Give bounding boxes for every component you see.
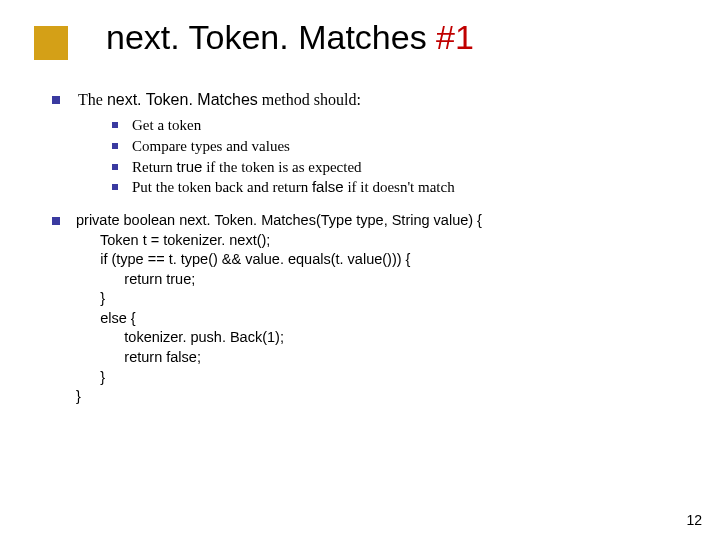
sub-bullet-2: Return true if the token is as expected — [108, 158, 680, 177]
sub-bullet-3-code: false — [312, 178, 344, 195]
sub-bullet-0: Get a token — [108, 116, 680, 135]
code-line-5: else { — [76, 310, 136, 326]
bullet-intro: The next. Token. Matches method should: … — [48, 90, 680, 197]
code-block: private boolean next. Token. Matches(Typ… — [76, 211, 680, 407]
code-line-3: return true; — [76, 271, 195, 287]
slide: next. Token. Matches #1 The next. Token.… — [0, 0, 720, 540]
code-line-9: } — [76, 388, 81, 404]
title-accent-square — [34, 26, 68, 60]
intro-code: next. Token. Matches — [107, 91, 258, 108]
intro-suffix: method should: — [258, 91, 361, 108]
bullet-list-level-2: Get a token Compare types and values Ret… — [108, 116, 680, 197]
sub-bullet-0-text: Get a token — [132, 117, 201, 133]
bullet-list-level-1: The next. Token. Matches method should: … — [48, 90, 680, 407]
code-line-2: if (type == t. type() && value. equals(t… — [76, 251, 410, 267]
sub-bullet-1: Compare types and values — [108, 137, 680, 156]
intro-prefix: The — [78, 91, 107, 108]
bullet-codeblock: private boolean next. Token. Matches(Typ… — [48, 211, 680, 407]
sub-bullet-3-prefix: Put the token back and return — [132, 179, 312, 195]
code-line-0: private boolean next. Token. Matches(Typ… — [76, 212, 482, 228]
code-line-4: } — [76, 290, 105, 306]
title-hash: #1 — [436, 18, 474, 56]
sub-bullet-3-suffix: if it doesn't match — [344, 179, 455, 195]
code-line-1: Token t = tokenizer. next(); — [76, 232, 270, 248]
sub-bullet-2-code: true — [177, 158, 203, 175]
title-text: next. Token. Matches — [106, 18, 436, 56]
code-line-6: tokenizer. push. Back(1); — [76, 329, 284, 345]
page-number: 12 — [686, 512, 702, 528]
sub-bullet-3: Put the token back and return false if i… — [108, 178, 680, 197]
sub-bullet-1-text: Compare types and values — [132, 138, 290, 154]
sub-bullet-2-prefix: Return — [132, 159, 177, 175]
slide-body: The next. Token. Matches method should: … — [48, 90, 680, 421]
code-line-8: } — [76, 369, 105, 385]
sub-bullet-2-suffix: if the token is as expected — [202, 159, 361, 175]
code-line-7: return false; — [76, 349, 201, 365]
slide-title: next. Token. Matches #1 — [106, 18, 474, 57]
